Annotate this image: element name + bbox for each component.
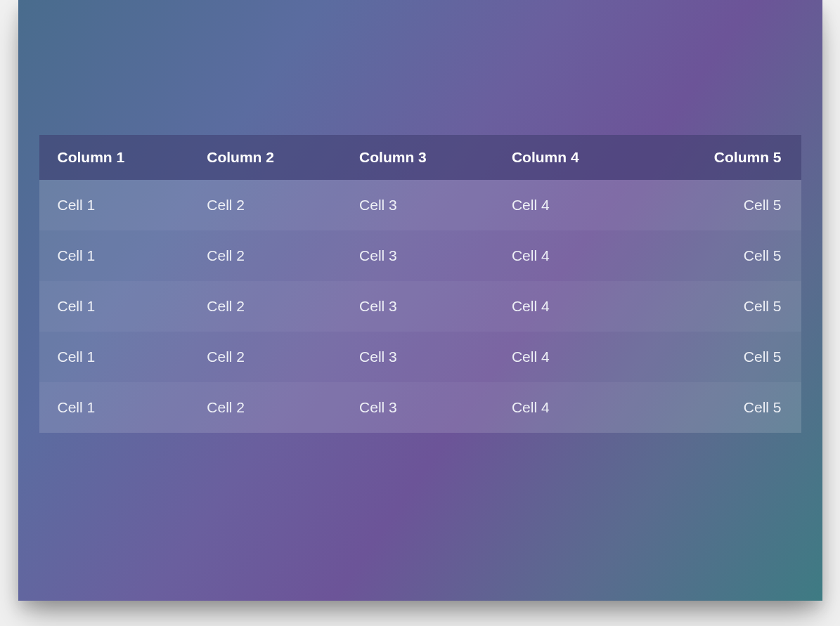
table-cell: Cell 3 <box>344 332 496 382</box>
table-header-cell: Column 5 <box>649 135 801 180</box>
table-row: Cell 1 Cell 2 Cell 3 Cell 4 Cell 5 <box>39 180 801 230</box>
table-cell: Cell 5 <box>649 230 801 281</box>
table-cell: Cell 3 <box>344 180 496 230</box>
table-container: Column 1 Column 2 Column 3 Column 4 Colu… <box>39 135 801 433</box>
table-cell: Cell 3 <box>344 230 496 281</box>
table-cell: Cell 2 <box>191 382 344 433</box>
gradient-panel: Column 1 Column 2 Column 3 Column 4 Colu… <box>18 0 822 601</box>
table-cell: Cell 5 <box>649 382 801 433</box>
data-table: Column 1 Column 2 Column 3 Column 4 Colu… <box>39 135 801 433</box>
table-header-cell: Column 4 <box>496 135 649 180</box>
table-cell: Cell 3 <box>344 281 496 332</box>
table-cell: Cell 4 <box>496 382 649 433</box>
table-cell: Cell 1 <box>39 230 192 281</box>
table-header-cell: Column 2 <box>191 135 344 180</box>
table-cell: Cell 5 <box>649 281 801 332</box>
table-row: Cell 1 Cell 2 Cell 3 Cell 4 Cell 5 <box>39 332 801 382</box>
table-cell: Cell 2 <box>191 230 344 281</box>
table-cell: Cell 2 <box>191 180 344 230</box>
table-cell: Cell 4 <box>496 332 649 382</box>
table-cell: Cell 4 <box>496 230 649 281</box>
table-cell: Cell 1 <box>39 180 192 230</box>
table-cell: Cell 5 <box>649 180 801 230</box>
table-cell: Cell 4 <box>496 281 649 332</box>
table-cell: Cell 1 <box>39 382 192 433</box>
table-header-cell: Column 3 <box>344 135 496 180</box>
table-cell: Cell 5 <box>649 332 801 382</box>
table-cell: Cell 3 <box>344 382 496 433</box>
table-row: Cell 1 Cell 2 Cell 3 Cell 4 Cell 5 <box>39 230 801 281</box>
table-cell: Cell 1 <box>39 332 192 382</box>
table-cell: Cell 2 <box>191 281 344 332</box>
table-row: Cell 1 Cell 2 Cell 3 Cell 4 Cell 5 <box>39 281 801 332</box>
table-cell: Cell 4 <box>496 180 649 230</box>
table-cell: Cell 2 <box>191 332 344 382</box>
table-row: Cell 1 Cell 2 Cell 3 Cell 4 Cell 5 <box>39 382 801 433</box>
table-header-cell: Column 1 <box>39 135 192 180</box>
table-header-row: Column 1 Column 2 Column 3 Column 4 Colu… <box>39 135 801 180</box>
table-cell: Cell 1 <box>39 281 192 332</box>
